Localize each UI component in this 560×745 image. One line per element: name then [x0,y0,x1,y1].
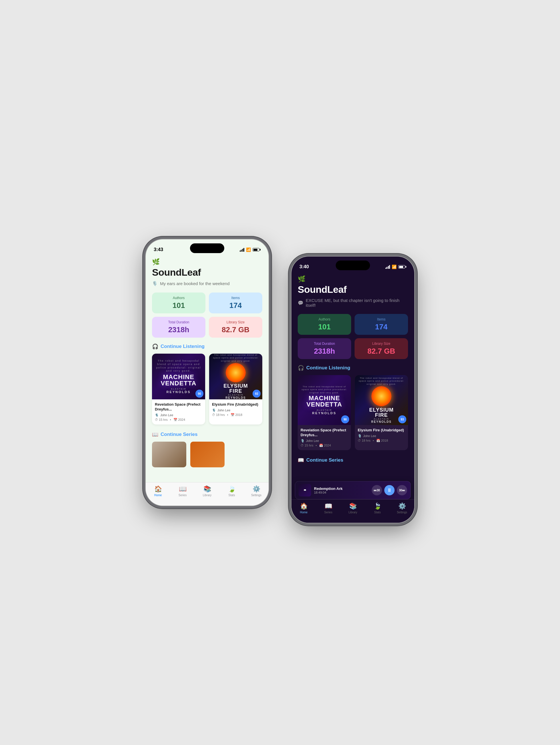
stat-items-dark[interactable]: Items 174 [354,314,408,335]
tab-bar-light: 🏠 Home 📖 Series 📚 Library 🍃 Stats ⚙️ Set… [146,482,269,506]
book-title-elysium-light: Elysium Fire (Unabridged) [212,402,259,407]
tab-stats-dark[interactable]: 🍃 Stats [365,503,390,514]
tab-bar-dark: 🏠 Home 📖 Series 📚 Library 🍃 Stats ⚙️ Set… [291,499,414,523]
library-icon-light: 📚 [204,485,211,493]
skip-back-button[interactable]: ⏮30 [372,485,382,495]
stat-duration-dark[interactable]: Total Duration 2318h [298,338,351,359]
tab-home-light[interactable]: 🏠 Home [146,485,170,497]
book-icon-dark: 📖 [298,457,304,463]
continue-listening-label-light: Continue Listening [161,344,205,349]
stat-authors-light[interactable]: Authors 101 [152,293,206,313]
now-playing-time: 18:49:04 [314,491,369,494]
duration-value-light: 2318h [156,325,201,334]
app-title-dark: SoundLeaf [298,284,408,295]
tab-home-dark[interactable]: 🏠 Home [291,503,316,514]
screen-content-light: 🌿 SoundLeaf 🎙️ My ears are booked for th… [146,255,269,482]
book-info-elysium-dark: Elysium Fire (Unabridged) 🎙️ John Lee ⏱ … [355,425,408,445]
items-value-dark: 174 [359,323,404,331]
score-badge-machine-dark: 90 [341,415,349,423]
now-playing-thumb: 📖 [299,484,311,496]
phone-light: 3:43 📶 🌿 SoundLeaf [146,239,269,506]
quote-text-dark: EXCUSE ME, but that chapter isn't going … [306,298,408,307]
book-narrator-elysium-dark: 🎙️ John Lee [358,434,405,438]
series-row-light [152,442,262,467]
headphones-icon-dark: 🎧 [298,365,304,371]
book-card-machine-dark[interactable]: The robot and hexapodal blend of space o… [298,375,351,450]
book-card-machine-light[interactable]: The robot and hexapodal blend of space o… [152,354,205,424]
series-icon-light: 📖 [179,485,187,493]
authors-value-dark: 101 [302,323,347,331]
app-title-light: SoundLeaf [152,267,262,278]
continue-series-light: 📖 Continue Series [152,431,262,467]
battery-icon-dark [398,265,406,268]
tab-home-label-light: Home [154,494,162,497]
book-narrator-machine-dark: 🎙️ John Lee [301,439,348,443]
series-icon-dark: 📖 [324,503,332,510]
book-cover-elysium-dark: The robot and hexapodal blend of space o… [355,375,408,425]
series-thumb-2-light[interactable] [190,442,224,467]
continue-series-dark: 📖 Continue Series [298,457,408,463]
book-info-machine-dark: Revelation Space (Prefect Dreyfus... 🎙️ … [298,425,351,450]
tab-series-label-light: Series [179,494,187,497]
tab-settings-light[interactable]: ⚙️ Settings [244,485,269,497]
book-title-machine-light: Revelation Space (Prefect Dreyfus... [155,402,202,412]
stat-duration-light[interactable]: Total Duration 2318h [152,317,206,338]
tab-settings-dark[interactable]: ⚙️ Settings [390,503,414,514]
authors-label-dark: Authors [302,317,347,321]
tab-library-label-dark: Library [349,511,357,514]
book-narrator-elysium-light: 🎙️ John Lee [212,409,259,412]
dynamic-island-dark [336,261,370,270]
tab-series-light[interactable]: 📖 Series [170,485,195,497]
signal-icon-light [240,248,245,252]
book-card-elysium-dark[interactable]: The robot and hexapodal blend of space o… [355,375,408,450]
phone-dark: 3:40 📶 🌿 SoundLeaf 💬 EXCUSE M [291,257,414,523]
stat-authors-dark[interactable]: Authors 101 [298,314,351,335]
size-value-light: 82.7 GB [213,325,258,334]
stat-size-light[interactable]: Library Size 82.7 GB [209,317,262,338]
play-pause-button[interactable]: ⏸ [384,485,395,495]
stat-size-dark[interactable]: Library Size 82.7 GB [354,338,408,359]
score-badge-elysium-dark: 93 [398,415,406,423]
settings-icon-dark: ⚙️ [398,503,406,510]
continue-series-header-dark: 📖 Continue Series [298,457,408,463]
app-header-light: 🌿 SoundLeaf 🎙️ My ears are booked for th… [152,255,262,293]
battery-icon-light [253,248,260,251]
continue-listening-label-dark: Continue Listening [306,365,350,371]
tab-stats-label-light: Stats [228,494,235,497]
elysium-circle-dark [371,386,392,406]
status-time-dark: 3:40 [300,264,309,270]
book-narrator-machine-light: 🎙️ John Lee [155,413,202,417]
book-icon-light: 📖 [152,431,158,438]
continue-listening-header-dark: 🎧 Continue Listening [298,365,408,371]
book-cover-elysium-light: The robot and hexapodal blend of space o… [209,354,262,399]
status-icons-dark: 📶 [385,264,407,269]
book-details-machine-light: ⏱ 15 hrs • 📅 2024 [155,418,202,422]
book-title-machine-dark: Revelation Space (Prefect Dreyfus... [301,428,348,438]
book-card-elysium-light[interactable]: The robot and hexapodal blend of space o… [209,354,262,424]
now-playing-controls: ⏮30 ⏸ 30⏭ [372,485,407,495]
book-details-elysium-light: ⏱ 18 hrs • 📅 2018 [212,413,259,417]
score-badge-elysium-light: 93 [253,390,260,398]
tab-settings-label-light: Settings [251,494,261,497]
book-cover-machine-dark: The robot and hexapodal blend of space o… [298,375,351,425]
tab-library-light[interactable]: 📚 Library [195,485,219,497]
elysium-circle-light [226,363,246,382]
duration-value-dark: 2318h [302,347,347,356]
skip-forward-button[interactable]: 30⏭ [397,485,407,495]
score-badge-machine-light: 90 [195,390,204,398]
series-thumb-1-light[interactable] [152,442,186,467]
tab-stats-light[interactable]: 🍃 Stats [219,485,244,497]
stat-items-light[interactable]: Items 174 [209,293,262,313]
screen-content-dark: 🌿 SoundLeaf 💬 EXCUSE ME, but that chapte… [291,272,414,499]
now-playing-bar[interactable]: 📖 Redemption Ark 18:49:04 ⏮30 ⏸ 30⏭ [295,481,411,499]
stats-icon-light: 🍃 [228,485,236,493]
book-details-machine-dark: ⏱ 15 hrs • 📅 2024 [301,444,348,447]
size-value-dark: 82.7 GB [359,347,404,356]
tab-library-dark[interactable]: 📚 Library [341,503,365,514]
tab-series-dark[interactable]: 📖 Series [316,503,341,514]
status-quote-dark: 💬 EXCUSE ME, but that chapter isn't goin… [298,298,408,307]
items-label-dark: Items [359,317,404,321]
book-info-machine-light: Revelation Space (Prefect Dreyfus... 🎙️ … [152,399,205,424]
library-icon-dark: 📚 [349,503,357,510]
home-icon-light: 🏠 [154,485,162,493]
